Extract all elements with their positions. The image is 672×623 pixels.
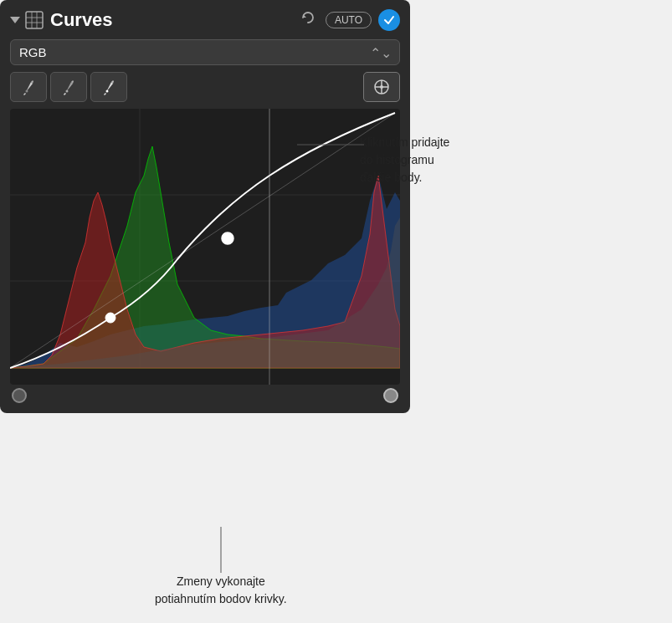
curves-panel: Curves AUTO RGB Red Green Blue Luminance [0,0,410,413]
svg-point-7 [26,90,28,93]
histogram-svg [10,109,400,385]
black-point-eyedropper-button[interactable] [10,72,47,102]
svg-point-19 [105,313,115,323]
callout-text-right: Kliknutím pridajte do histogramu ďalšie … [360,134,527,186]
callout-bottom: Zmeny vykonajte potiahnutím bodov krivky… [155,527,287,608]
svg-point-20 [222,232,233,244]
svg-rect-1 [26,12,43,28]
channel-selector[interactable]: RGB Red Green Blue Luminance [10,39,400,65]
channel-selector-wrapper: RGB Red Green Blue Luminance ⌃⌄ [10,39,400,65]
header-controls: AUTO [297,8,400,31]
tools-row [10,72,400,102]
add-point-button[interactable] [363,72,400,102]
bottom-slider-row [10,388,400,403]
svg-marker-0 [10,17,20,23]
panel-header: Curves AUTO [10,8,400,31]
svg-point-9 [106,90,109,93]
callout-line-bottom [220,527,222,573]
auto-button[interactable]: AUTO [326,12,372,28]
confirm-button[interactable] [378,9,400,31]
svg-point-8 [66,90,69,93]
callout-text-bottom: Zmeny vykonajte potiahnutím bodov krivky… [155,573,287,608]
histogram-area[interactable] [10,109,400,385]
callout-line-right [297,144,364,146]
callout-right: Kliknutím pridajte do histogramu ďalšie … [360,134,647,186]
undo-button[interactable] [297,8,319,31]
white-point-eyedropper-button[interactable] [90,72,127,102]
black-point-slider[interactable] [12,388,27,403]
svg-point-13 [380,85,383,89]
collapse-icon[interactable] [10,15,20,25]
mid-point-eyedropper-button[interactable] [50,72,87,102]
curves-icon [25,11,44,29]
panel-title: Curves [50,9,297,31]
white-point-slider[interactable] [383,388,398,403]
